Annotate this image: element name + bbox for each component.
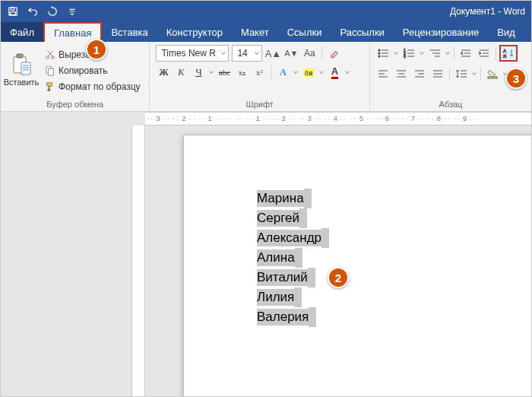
text-line[interactable]: Алина	[257, 248, 329, 268]
change-case-button[interactable]: Aa	[302, 45, 317, 62]
ruler-segment: · · · ·	[223, 115, 245, 122]
window-title: Документ1 - Word	[450, 6, 531, 17]
underline-button[interactable]: Ч	[191, 65, 206, 80]
font-group-label: Шрифт	[150, 98, 369, 111]
svg-rect-5	[21, 62, 30, 75]
svg-text:Я: Я	[503, 54, 506, 59]
clipboard-group-label: Буфер обмена	[1, 98, 149, 111]
svg-rect-2	[11, 12, 16, 15]
text-effects-button[interactable]: A	[275, 65, 290, 80]
text-line[interactable]: Лилия	[257, 287, 329, 307]
highlight-button[interactable]: aʙ	[301, 65, 316, 80]
brush-icon	[45, 81, 55, 92]
text-line[interactable]: Валерия	[257, 307, 329, 327]
ruler-segment: · · 3 · ·	[145, 115, 171, 122]
svg-point-19	[378, 56, 380, 57]
chevron-down-icon[interactable]	[208, 69, 214, 75]
text-line[interactable]: Виталий	[257, 268, 329, 287]
multilevel-button[interactable]	[426, 46, 443, 61]
clear-format-button[interactable]	[327, 45, 342, 62]
svg-text:3: 3	[404, 54, 406, 59]
ruler-segment: · · 2 · ·	[171, 115, 197, 122]
page[interactable]: МаринаСергейАлександрАлинаВиталийЛилияВа…	[183, 135, 531, 396]
format-painter-button[interactable]: Формат по образцу	[45, 79, 141, 94]
align-left-button[interactable]	[375, 66, 391, 81]
undo-icon[interactable]	[24, 3, 42, 20]
save-icon[interactable]	[4, 3, 22, 20]
text-line[interactable]: Марина	[257, 189, 329, 208]
tab-layout[interactable]: Макет	[232, 22, 278, 42]
text-line[interactable]: Сергей	[257, 208, 329, 228]
svg-point-17	[378, 52, 380, 54]
callout-3: 3	[505, 68, 527, 89]
paste-label: Вставить	[4, 78, 40, 87]
redo-icon[interactable]	[43, 3, 62, 20]
ribbon: Вставить Вырезать Копировать Формат по о…	[1, 42, 531, 112]
tab-mailings[interactable]: Рассылки	[331, 22, 393, 42]
justify-button[interactable]	[429, 66, 446, 81]
shading-button[interactable]	[484, 66, 501, 81]
tab-references[interactable]: Ссылки	[278, 22, 331, 42]
chevron-down-icon[interactable]	[393, 50, 399, 56]
tab-file[interactable]: Файл	[1, 22, 43, 42]
group-font: Times New R 14 A▲ A▼ Aa Ж К Ч	[150, 42, 370, 111]
horizontal-ruler[interactable]: · · 3 · · · · 2 · · · · 1 · · · · · · · …	[145, 112, 531, 125]
ribbon-tabs: Файл Главная Вставка Конструктор Макет С…	[1, 22, 531, 42]
chevron-down-icon[interactable]	[471, 71, 477, 77]
vertical-ruler[interactable]	[131, 125, 145, 396]
chevron-down-icon[interactable]	[293, 69, 299, 75]
paste-button[interactable]: Вставить	[1, 42, 42, 98]
superscript-button[interactable]: x²	[252, 65, 267, 80]
tab-design[interactable]: Конструктор	[157, 22, 232, 42]
ruler-segment: · · 5 · ·	[348, 115, 374, 122]
title-bar: Документ1 - Word	[1, 1, 531, 22]
bullets-button[interactable]	[375, 46, 391, 61]
copy-label: Копировать	[59, 65, 108, 76]
scissors-icon	[45, 49, 55, 60]
font-name-combo[interactable]: Times New R	[156, 45, 229, 62]
chevron-down-icon[interactable]	[419, 50, 425, 56]
qat-more-icon[interactable]	[63, 3, 81, 20]
sort-button[interactable]: АЯ	[499, 45, 518, 62]
svg-rect-53	[488, 77, 497, 78]
ruler-segment: · · 9 · ·	[452, 115, 478, 122]
chevron-down-icon[interactable]	[318, 69, 325, 75]
svg-rect-1	[11, 8, 14, 11]
svg-text:А: А	[503, 49, 506, 53]
align-right-button[interactable]	[411, 66, 428, 81]
numbering-button[interactable]: 123	[401, 46, 417, 61]
callout-1: 1	[86, 39, 107, 60]
subscript-button[interactable]: x₂	[234, 65, 249, 80]
increase-indent-button[interactable]	[476, 46, 492, 61]
tab-insert[interactable]: Вставка	[102, 22, 157, 42]
font-name-value: Times New R	[161, 48, 216, 59]
ruler-segment: · · 8 · ·	[426, 115, 452, 122]
italic-button[interactable]: К	[173, 65, 188, 80]
chevron-down-icon	[254, 50, 260, 56]
align-center-button[interactable]	[393, 66, 410, 81]
grow-font-button[interactable]: A▲	[265, 45, 280, 62]
strike-button[interactable]: abc	[217, 65, 232, 80]
ruler-segment: · · 4 · ·	[322, 115, 348, 122]
decrease-indent-button[interactable]	[458, 46, 474, 61]
copy-button[interactable]: Копировать	[45, 63, 141, 78]
document-area: · · 3 · · · · 2 · · · · 1 · · · · · · · …	[1, 112, 531, 396]
svg-rect-4	[17, 54, 23, 58]
tab-review[interactable]: Рецензирование	[394, 22, 488, 42]
line-spacing-button[interactable]	[453, 66, 470, 81]
ruler-segment: · · 7 · ·	[400, 115, 426, 122]
text-line[interactable]: Александр	[257, 228, 329, 248]
chevron-down-icon[interactable]	[445, 50, 451, 56]
document-content[interactable]: МаринаСергейАлександрАлинаВиталийЛилияВа…	[257, 189, 329, 327]
ruler-segment: · · 1 · ·	[245, 115, 271, 122]
bold-button[interactable]: Ж	[156, 65, 171, 80]
chevron-down-icon[interactable]	[344, 69, 350, 75]
shrink-font-button[interactable]: A▼	[283, 45, 299, 62]
font-size-combo[interactable]: 14	[232, 45, 262, 62]
tab-view[interactable]: Вид	[488, 22, 524, 42]
ruler-segment: · · 2 · ·	[271, 115, 296, 122]
group-clipboard: Вставить Вырезать Копировать Формат по о…	[1, 42, 150, 111]
svg-rect-13	[47, 83, 52, 86]
font-color-button[interactable]: A	[327, 65, 342, 80]
svg-point-10	[52, 56, 55, 59]
